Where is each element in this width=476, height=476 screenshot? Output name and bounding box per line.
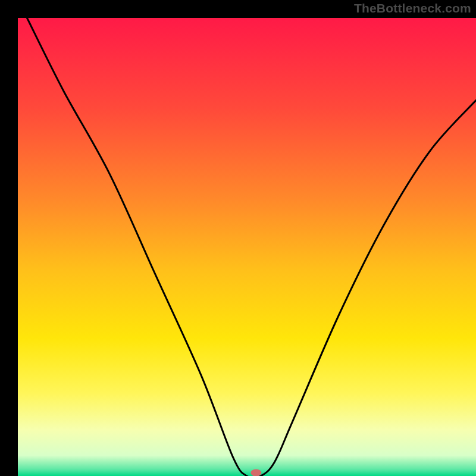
chart-gradient-bg xyxy=(18,18,476,476)
bottleneck-chart xyxy=(0,0,476,476)
chart-container: TheBottleneck.com xyxy=(0,0,476,476)
watermark-label: TheBottleneck.com xyxy=(354,1,471,15)
